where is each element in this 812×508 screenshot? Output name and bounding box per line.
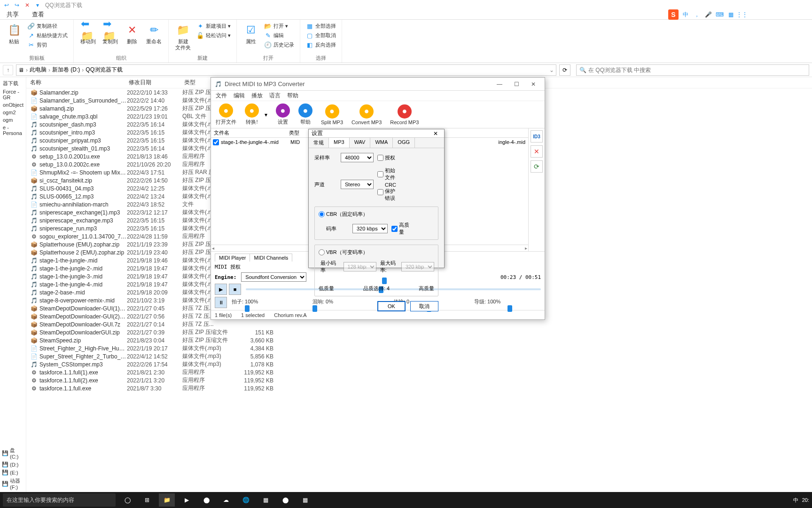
- settings-tab[interactable]: WAV: [350, 138, 371, 148]
- move-to-button[interactable]: ⬅📁移动到: [78, 22, 98, 46]
- menu-item[interactable]: 语言: [269, 92, 281, 100]
- app-icon[interactable]: ⬤: [198, 493, 214, 507]
- stop-button[interactable]: ■: [229, 284, 241, 295]
- cortana-icon[interactable]: ◯: [119, 493, 135, 507]
- init-file-checkbox[interactable]: 初始文件: [377, 167, 400, 181]
- refresh-button[interactable]: ⟳: [559, 64, 570, 76]
- remove-button[interactable]: ✕: [531, 145, 543, 158]
- app-icon[interactable]: ☁: [218, 493, 234, 507]
- close-button[interactable]: ✕: [526, 79, 541, 89]
- cbr-radio[interactable]: CBR（固定码率）: [319, 211, 434, 218]
- crumb-seg[interactable]: QQ浏览器下载: [86, 66, 123, 74]
- toolbar-button[interactable]: ●Record MP3: [390, 104, 419, 125]
- paste-button[interactable]: 📋 粘贴: [5, 22, 23, 46]
- auth-checkbox[interactable]: 授权: [377, 154, 400, 161]
- play-button[interactable]: ▶: [215, 284, 227, 295]
- maximize-button[interactable]: ☐: [509, 79, 524, 89]
- search-box[interactable]: 🔍: [576, 64, 809, 76]
- file-row[interactable]: 📄Super_Street_Fighter_2_Turbo_New_...202…: [26, 352, 812, 360]
- hq-checkbox[interactable]: 高质量: [391, 222, 414, 236]
- sogou-icon[interactable]: S: [668, 9, 679, 20]
- app-icon[interactable]: ⬤: [277, 493, 293, 507]
- ime-lang-icon[interactable]: 中: [681, 10, 690, 19]
- ime-keyboard-icon[interactable]: ⌨: [715, 10, 724, 19]
- settings-tab[interactable]: OGG: [393, 138, 415, 148]
- tray-ime[interactable]: 中: [793, 497, 798, 504]
- breadcrumb[interactable]: 🖥› 此电脑› 新加卷 (D:)› QQ浏览器下载 ⌄: [16, 64, 556, 76]
- history-button[interactable]: 🕘历史记录: [263, 40, 295, 49]
- open-button[interactable]: 📂打开 ▾: [263, 22, 295, 30]
- explorer-icon[interactable]: 📁: [159, 493, 175, 507]
- ime-menu-icon[interactable]: ⋮⋮: [738, 10, 746, 19]
- ime-voice-icon[interactable]: 🎤: [704, 10, 712, 19]
- invert-select-button[interactable]: ◧反向选择: [305, 40, 337, 49]
- app-icon[interactable]: ▦: [297, 493, 313, 507]
- sample-rate-select[interactable]: 48000: [341, 153, 374, 162]
- app-icon[interactable]: ▦: [258, 493, 273, 507]
- dropdown-icon[interactable]: ▾: [34, 1, 41, 9]
- paste-shortcut-button[interactable]: ↗粘贴快捷方式: [26, 31, 69, 40]
- file-row[interactable]: ⚙taskforce.1.1.full.exe2021/8/7 3:30应用程序…: [26, 384, 812, 392]
- crumb-dropdown-icon[interactable]: ⌄: [549, 67, 554, 73]
- toolbar-button[interactable]: ●转换!: [245, 103, 259, 126]
- sidebar-item[interactable]: Force -GR: [2, 88, 24, 101]
- nav-up-button[interactable]: ↑: [3, 65, 13, 75]
- app-icon[interactable]: 🌐: [238, 493, 254, 507]
- ime-punct-icon[interactable]: ，: [693, 10, 701, 19]
- settings-title-bar[interactable]: 设置 ✕: [309, 129, 444, 138]
- sidebar-item[interactable]: onObject: [2, 101, 24, 109]
- copy-path-button[interactable]: 🔗复制路径: [26, 22, 69, 30]
- properties-button[interactable]: ☑属性: [242, 22, 260, 46]
- app-icon[interactable]: ▶: [179, 493, 195, 507]
- toolbar-button[interactable]: ●帮助: [298, 103, 312, 126]
- select-all-button[interactable]: ▦全部选择: [305, 22, 337, 30]
- redo-icon[interactable]: ↪: [13, 1, 21, 9]
- menu-item[interactable]: 帮助: [287, 92, 298, 100]
- reload-button[interactable]: ⟳: [531, 160, 543, 173]
- sidebar-item[interactable]: 器下载: [2, 79, 24, 88]
- sidebar-drive[interactable]: 💾盘 (C:): [2, 447, 24, 460]
- ok-button[interactable]: OK: [377, 301, 406, 311]
- col-name[interactable]: 名称: [26, 79, 125, 87]
- menu-item[interactable]: 播放: [251, 92, 263, 100]
- player-tab[interactable]: MIDI Player: [215, 254, 250, 262]
- file-row[interactable]: 🎵System_CSStomper.mp32022/2/26 17:54媒体文件…: [26, 360, 812, 368]
- tray-time[interactable]: 20:: [802, 497, 809, 503]
- menu-item[interactable]: 编辑: [234, 92, 245, 100]
- crumb-seg[interactable]: 新加卷 (D:): [52, 66, 80, 74]
- copy-to-button[interactable]: ➡📁复制到: [101, 22, 120, 46]
- id3-button[interactable]: ID3: [531, 130, 543, 143]
- edit-button[interactable]: ✎编辑: [263, 31, 295, 40]
- ime-skin-icon[interactable]: ▦: [726, 10, 735, 19]
- search-input[interactable]: [588, 67, 806, 73]
- settings-tab[interactable]: 常规: [309, 138, 329, 148]
- toolbar-button[interactable]: ●Split MP3: [321, 104, 343, 125]
- player-tab[interactable]: MIDI Channels: [250, 254, 292, 262]
- menu-item[interactable]: 文件: [216, 92, 227, 100]
- select-none-button[interactable]: ▢全部取消: [305, 31, 337, 40]
- new-item-button[interactable]: ✦新建项目 ▾: [195, 22, 232, 30]
- toolbar-button[interactable]: ●打开文件: [216, 103, 236, 126]
- taskbar-search[interactable]: 在这里输入你要搜索的内容: [3, 493, 116, 507]
- sidebar-drive[interactable]: 💾(D:): [2, 461, 24, 468]
- channel-select[interactable]: Stereo: [341, 180, 374, 189]
- engine-select[interactable]: Soundfont Conversion: [241, 272, 306, 282]
- delete-button[interactable]: ✕删除: [123, 22, 141, 46]
- toolbar-button[interactable]: ●设置: [276, 103, 290, 126]
- settings-close-button[interactable]: ✕: [430, 130, 441, 137]
- col-filename[interactable]: 文件名: [211, 129, 286, 136]
- sidebar-item[interactable]: ogm2: [2, 109, 24, 116]
- task-view-icon[interactable]: ⊞: [139, 493, 155, 507]
- tab-view[interactable]: 查看: [30, 10, 46, 19]
- cut-button[interactable]: ✂剪切: [26, 40, 69, 49]
- col-filetype[interactable]: 类型: [286, 129, 310, 136]
- file-row[interactable]: 📦SteamDepotDownloaderGUI.zip2022/1/27 0:…: [26, 328, 812, 336]
- toolbar-button[interactable]: ●Convert MP3: [351, 104, 382, 125]
- rename-button[interactable]: ✏重命名: [144, 22, 164, 46]
- bitrate-select[interactable]: 320 kbps: [352, 224, 388, 233]
- converter-title-bar[interactable]: 🎵 Direct MIDI to MP3 Converter — ☐ ✕: [211, 78, 545, 91]
- sidebar-drive[interactable]: 💾动器 (F:): [2, 477, 24, 490]
- sidebar-drive[interactable]: 💾(E:): [2, 469, 24, 476]
- file-row[interactable]: 📄Street_Fighter_2_High-Five_Hundred_...2…: [26, 344, 812, 352]
- settings-tab[interactable]: MP3: [329, 138, 350, 148]
